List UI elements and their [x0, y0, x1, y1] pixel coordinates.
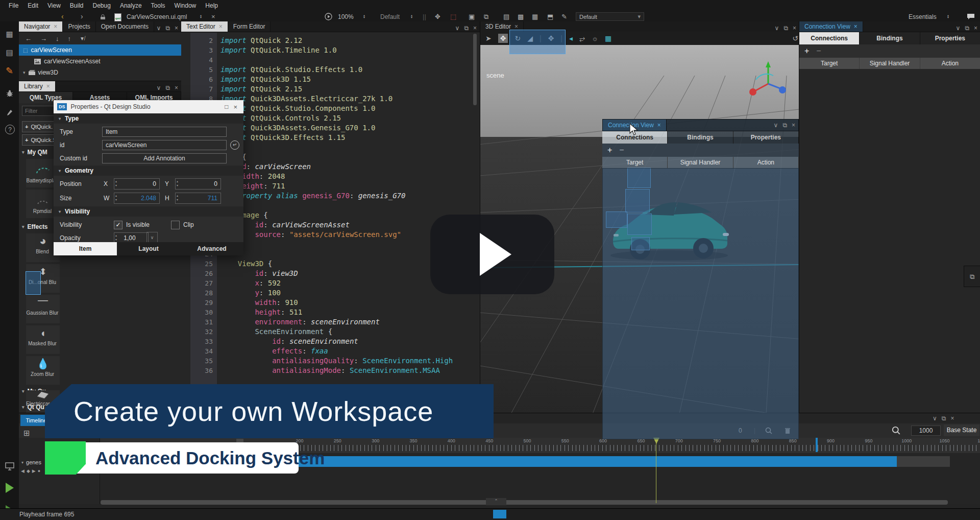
timeline-scrollbar[interactable] — [101, 500, 948, 505]
col-action[interactable]: Action — [733, 157, 799, 168]
add-connection-button[interactable]: + — [607, 146, 612, 155]
merge-cells-icon[interactable]: ⬒ — [547, 13, 553, 20]
debug-mode-icon[interactable] — [3, 87, 16, 100]
menu-item[interactable]: Tools — [146, 2, 170, 9]
close-icon[interactable]: × — [54, 23, 57, 30]
keyframe-icon[interactable]: ◆ — [27, 468, 30, 474]
tab-connections[interactable]: Connections — [799, 32, 860, 44]
is-visible-checkbox[interactable]: ✓ — [114, 221, 122, 229]
open-file-name[interactable]: CarViewScreen.ui.qml — [127, 13, 187, 20]
tab-advanced[interactable]: Advanced — [180, 242, 243, 255]
floating-connection-view[interactable]: Connection View × ∨ ⧉ × Connections Bind… — [602, 119, 799, 438]
nav-down-icon[interactable]: ↓ — [56, 35, 59, 42]
x-spinbox[interactable]: ▴▾0 — [114, 178, 160, 190]
chevron-down-icon[interactable]: ∨ — [774, 122, 778, 129]
back-icon[interactable]: ‹ — [61, 13, 64, 20]
tab-item[interactable]: Item — [54, 242, 117, 255]
forward-icon[interactable]: › — [81, 13, 83, 20]
run-app-icon[interactable] — [3, 481, 16, 494]
welcome-mode-icon[interactable]: ▦ — [3, 28, 16, 40]
undock-icon[interactable]: ⧉ — [782, 122, 787, 129]
close-icon[interactable]: × — [514, 23, 518, 30]
tab-open-documents[interactable]: Open Documents — [96, 21, 154, 32]
library-item-masked-blur[interactable]: ◖ Masked Blur — [26, 325, 60, 354]
zoom-level-value[interactable]: 100% — [338, 13, 354, 20]
rows-icon[interactable]: ▩ — [518, 13, 524, 20]
section-qt-quick[interactable]: ▾Qt Qu — [22, 404, 44, 411]
axis-gizmo[interactable] — [746, 59, 787, 100]
menu-item[interactable]: Help — [201, 2, 223, 9]
menu-item[interactable]: Debug — [88, 2, 115, 9]
menu-item[interactable]: Build — [65, 2, 88, 9]
menu-item[interactable]: Window — [170, 2, 201, 9]
local-orientation-icon[interactable]: ◂ — [569, 35, 573, 42]
tab-projects[interactable]: Projects — [63, 21, 95, 32]
annotation-icon[interactable]: ✎ — [561, 13, 567, 20]
perspective-value[interactable]: Essentials — [909, 13, 937, 20]
close-icon[interactable]: × — [854, 23, 857, 30]
add-annotation-button[interactable]: Add Annotation — [102, 153, 227, 163]
section-visibility[interactable]: ▾Visibility — [54, 206, 243, 217]
zoom-timeline-icon[interactable] — [892, 426, 900, 435]
maximize-icon[interactable]: □ — [219, 103, 233, 110]
chevron-down-icon[interactable]: ∨ — [157, 84, 161, 91]
kit-monitor-icon[interactable] — [3, 460, 16, 472]
close-icon[interactable]: × — [175, 84, 178, 91]
grid-toggle-icon[interactable]: ▦ — [605, 35, 611, 42]
nav-up-icon[interactable]: ↑ — [68, 35, 71, 42]
expander-icon[interactable]: ▾ — [21, 460, 23, 465]
tree-item-carviewscreenasset[interactable]: carViewScreenAsset — [19, 56, 181, 67]
file-switch-spinner[interactable]: ▴▾ — [200, 14, 202, 18]
collapse-panel-button[interactable]: ⌃ — [486, 498, 506, 505]
close-file-icon[interactable]: × — [211, 13, 215, 20]
properties-dialog[interactable]: DS Properties - Qt Design Studio □ × ▾Ty… — [54, 100, 243, 255]
close-icon[interactable]: × — [793, 25, 796, 32]
chevron-down-icon[interactable]: ∨ — [157, 25, 161, 32]
tab-library[interactable]: Library × — [19, 81, 56, 91]
tab-navigator[interactable]: Navigator × — [19, 21, 63, 32]
undock-icon[interactable]: ⧉ — [942, 415, 946, 422]
chevron-down-icon[interactable]: ∨ — [956, 25, 961, 32]
lock-icon[interactable] — [100, 14, 106, 20]
columns-icon[interactable]: ▤ — [503, 13, 509, 20]
snap-items-icon[interactable]: ⧉ — [484, 13, 488, 20]
video-play-button[interactable] — [430, 215, 554, 294]
prev-keyframe-icon[interactable]: ◀ — [21, 468, 24, 474]
help-icon[interactable]: ? — [5, 125, 15, 134]
selection-tool-icon[interactable]: ⬚ — [450, 13, 456, 20]
perspective-spinner[interactable]: ▴▾ — [947, 14, 949, 18]
menu-item[interactable]: View — [43, 2, 65, 9]
edit-mode-icon[interactable]: ▤ — [3, 46, 16, 59]
kit-selector[interactable]: Default ▾ — [576, 12, 644, 21]
collapsed-dock-stub[interactable]: ⧉ — [964, 266, 980, 287]
grid-view-icon[interactable]: ⊞ — [23, 429, 30, 437]
move-tool-icon[interactable]: ✥ — [498, 34, 508, 43]
close-icon[interactable]: × — [46, 83, 50, 90]
undock-icon[interactable]: ⧉ — [783, 25, 788, 32]
tab-form-editor[interactable]: Form Editor — [228, 21, 271, 32]
menu-item[interactable]: File — [4, 2, 23, 9]
remove-connection-button[interactable]: − — [619, 146, 624, 155]
col-target[interactable]: Target — [602, 157, 668, 168]
undock-icon[interactable]: ⧉ — [165, 84, 170, 91]
tree-item-carviewscreen[interactable]: ⬚ carViewScreen — [19, 44, 181, 56]
next-keyframe-icon[interactable]: ▶ — [32, 468, 36, 474]
editor-scrollbar[interactable] — [473, 34, 477, 105]
library-item-gaussian-blur[interactable]: ⎻ Gaussian Blur — [26, 295, 60, 323]
close-icon[interactable]: × — [950, 415, 954, 422]
dialog-titlebar[interactable]: DS Properties - Qt Design Studio □ × — [54, 100, 243, 113]
undock-icon[interactable]: ⧉ — [165, 25, 170, 32]
close-icon[interactable]: × — [792, 122, 795, 129]
tab-bindings[interactable]: Bindings — [860, 32, 920, 44]
library-item-zoom-blur[interactable]: 💧 Zoom Blur — [26, 356, 60, 385]
nav-right-icon[interactable]: → — [40, 35, 47, 42]
zoom-spinner[interactable]: ▴▾ — [363, 14, 365, 18]
reset-id-icon[interactable]: ↵ — [230, 140, 239, 150]
section-geometry[interactable]: ▾Geometry — [54, 166, 243, 176]
menu-item[interactable]: Edit — [23, 2, 43, 9]
tab-properties[interactable]: Properties — [733, 131, 799, 144]
tab-connection-view[interactable]: Connection View × — [799, 21, 863, 32]
edit-light-icon[interactable]: ☼ — [592, 35, 598, 42]
close-icon[interactable]: × — [233, 103, 243, 111]
close-icon[interactable]: × — [175, 25, 178, 32]
